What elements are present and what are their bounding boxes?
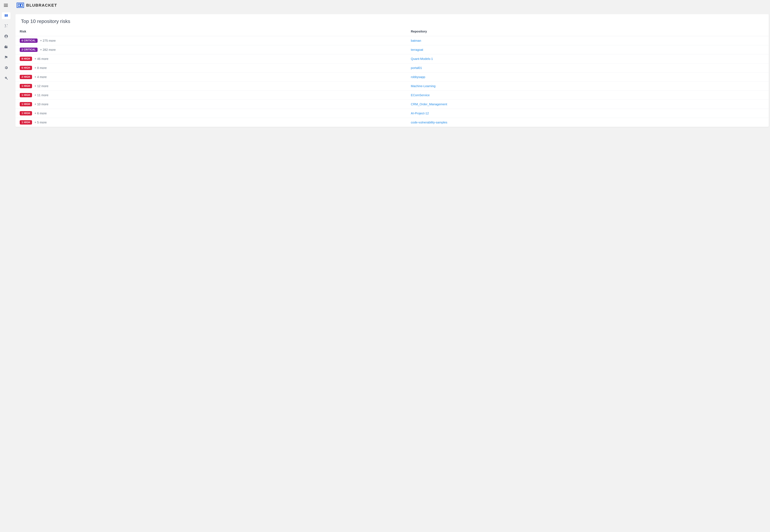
sidebar-item-users[interactable] [2,33,10,40]
severity-badge[interactable]: 6 HIGH [20,66,32,70]
sidebar-item-dashboard[interactable] [2,12,10,19]
repository-link[interactable]: portal01 [411,66,422,70]
severity-badge[interactable]: 8 HIGH [20,57,32,61]
flag-icon [4,55,8,60]
more-count[interactable]: + 10 more [34,103,48,106]
repository-link[interactable]: batman [411,39,421,42]
topbar: BLUBRACKET [0,0,770,10]
more-count[interactable]: + 6 more [34,112,47,115]
repository-cell: Machine-Learning [407,82,769,91]
more-count[interactable]: + 282 more [40,48,56,52]
repository-cell: AI-Project-12 [407,109,769,118]
repository-cell: portal01 [407,63,769,73]
risk-cell: 1 HIGH+ 5 more [15,118,407,127]
risk-cell: 6 HIGH+ 8 more [15,63,407,73]
severity-badge[interactable]: 1 HIGH [20,93,32,97]
risk-cell-content: 1 HIGH+ 5 more [20,120,404,125]
sidebar-item-settings[interactable] [2,65,10,71]
sidebar-item-repositories[interactable] [2,44,10,50]
repository-link[interactable]: EComService [411,93,430,97]
table-row: 1 HIGH+ 10 moreCRM_Order_Management [15,100,769,109]
more-count[interactable]: + 4 more [34,75,47,79]
brand-name: BLUBRACKET [26,3,57,8]
table-row: 2 HIGH+ 4 morerobbysapp [15,73,769,82]
repository-cell: CRM_Order_Management [407,100,769,109]
table-row: 6 HIGH+ 8 moreportal01 [15,63,769,73]
risk-cell-content: 1 HIGH+ 6 more [20,111,404,115]
repository-cell: robbysapp [407,73,769,82]
more-count[interactable]: + 46 more [34,57,48,61]
layout: Top 10 repository risks Risk Repository … [0,10,770,532]
menu-button[interactable] [2,2,9,9]
col-header-risk[interactable]: Risk [15,28,407,36]
repository-link[interactable]: terragoat [411,48,423,51]
risk-cell: 6 CRITICAL+ 275 more [15,36,407,45]
repository-cell: code-vulnerability-samples [407,118,769,127]
repository-link[interactable]: CRM_Order_Management [411,103,447,106]
col-header-repository[interactable]: Repository [407,28,769,36]
severity-badge[interactable]: 2 CRITICAL [20,48,38,52]
hamburger-icon [4,4,8,7]
risk-cell-content: 1 HIGH+ 11 more [20,93,404,97]
risk-cell-content: 2 HIGH+ 4 more [20,75,404,79]
severity-badge[interactable]: 1 HIGH [20,111,32,115]
repository-cell: terragoat [407,45,769,54]
more-count[interactable]: + 275 more [40,39,56,42]
more-count[interactable]: + 5 more [34,121,47,124]
repository-link[interactable]: Machine-Learning [411,84,436,88]
user-circle-icon [4,34,8,39]
table-row: 1 HIGH+ 11 moreEComService [15,91,769,100]
svg-rect-2 [21,4,22,6]
severity-badge[interactable]: 6 CRITICAL [20,38,38,43]
risk-cell: 2 HIGH+ 4 more [15,73,407,82]
risk-cell: 1 HIGH+ 11 more [15,91,407,100]
gear-icon [4,66,8,70]
risk-cell-content: 6 HIGH+ 8 more [20,66,404,70]
risk-cell-content: 1 HIGH+ 12 more [20,84,404,88]
svg-rect-1 [18,4,20,6]
table-row: 6 CRITICAL+ 275 morebatman [15,36,769,45]
sidebar-item-tools[interactable] [2,75,10,82]
severity-badge[interactable]: 1 HIGH [20,102,32,106]
main: Top 10 repository risks Risk Repository … [12,10,770,532]
risk-cell-content: 6 CRITICAL+ 275 more [20,38,404,43]
top-risks-card: Top 10 repository risks Risk Repository … [15,14,769,127]
risk-cell-content: 2 CRITICAL+ 282 more [20,48,404,52]
repository-link[interactable]: robbysapp [411,75,425,79]
severity-badge[interactable]: 1 HIGH [20,120,32,125]
risk-cell: 1 HIGH+ 10 more [15,100,407,109]
table-row: 1 HIGH+ 6 moreAI-Project-12 [15,109,769,118]
wrench-icon [4,76,8,81]
repository-cell: Quant-Models-1 [407,54,769,63]
repository-link[interactable]: Quant-Models-1 [411,57,433,60]
brand[interactable]: BLUBRACKET [17,3,57,8]
risk-cell: 1 HIGH+ 12 more [15,82,407,91]
git-branch-icon [4,24,8,28]
table-row: 8 HIGH+ 46 moreQuant-Models-1 [15,54,769,63]
sidebar [0,10,12,532]
risk-cell-content: 1 HIGH+ 10 more [20,102,404,106]
repository-link[interactable]: AI-Project-12 [411,112,429,115]
sidebar-item-alerts[interactable] [2,54,10,61]
table-row: 2 CRITICAL+ 282 moreterragoat [15,45,769,54]
risk-cell-content: 8 HIGH+ 46 more [20,57,404,61]
risk-cell: 8 HIGH+ 46 more [15,54,407,63]
repository-cell: EComService [407,91,769,100]
sidebar-item-branches[interactable] [2,23,10,30]
code-block-icon [4,13,8,18]
severity-badge[interactable]: 1 HIGH [20,84,32,88]
repository-cell: batman [407,36,769,45]
more-count[interactable]: + 8 more [34,66,47,70]
more-count[interactable]: + 12 more [34,84,48,88]
table-row: 1 HIGH+ 5 morecode-vulnerability-samples [15,118,769,127]
folders-icon [4,45,8,49]
brand-logo-icon [17,3,24,8]
risk-cell: 2 CRITICAL+ 282 more [15,45,407,54]
table-row: 1 HIGH+ 12 moreMachine-Learning [15,82,769,91]
more-count[interactable]: + 11 more [34,93,48,97]
card-title: Top 10 repository risks [15,14,769,28]
risk-cell: 1 HIGH+ 6 more [15,109,407,118]
severity-badge[interactable]: 2 HIGH [20,75,32,79]
repository-link[interactable]: code-vulnerability-samples [411,121,448,124]
risks-table: Risk Repository 6 CRITICAL+ 275 morebatm… [15,28,769,127]
